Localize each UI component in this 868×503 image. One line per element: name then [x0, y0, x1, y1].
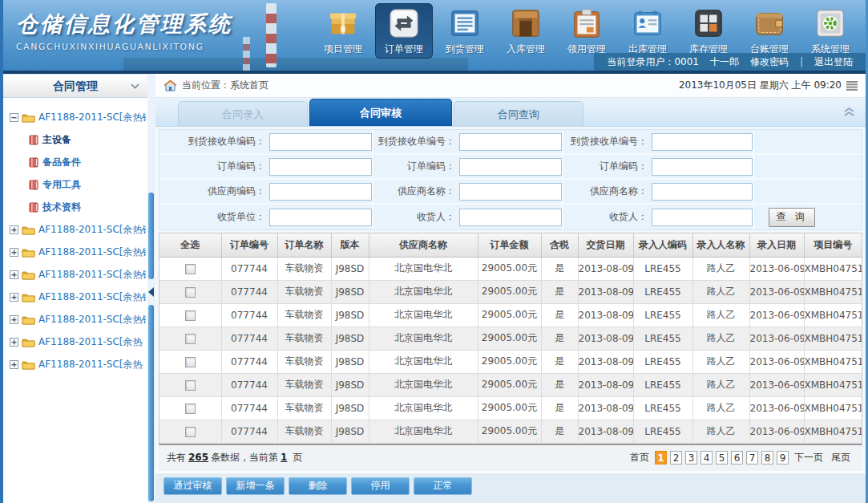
- order-code-input[interactable]: [269, 158, 372, 176]
- expand-plus-icon[interactable]: [10, 270, 18, 279]
- normal-button[interactable]: 正常: [414, 477, 472, 495]
- expand-plus-icon[interactable]: [10, 293, 18, 302]
- tab-bar: 合同录入 合同审核 合同查询: [155, 98, 866, 127]
- calendar-menu-icon[interactable]: [846, 81, 858, 91]
- page-5-button[interactable]: 5: [716, 451, 728, 464]
- tree-node-6[interactable]: AF1188-2011-SC[余热: [10, 331, 146, 353]
- nav-item-arrival[interactable]: 到货管理: [436, 3, 494, 59]
- receipt-code-input[interactable]: [269, 133, 372, 151]
- chevron-down-icon[interactable]: [131, 83, 139, 89]
- tree-leaf-special-tools[interactable]: 专用工具: [10, 173, 146, 196]
- last-page-button[interactable]: 尾页: [831, 451, 850, 464]
- tree-node-label[interactable]: AF1188-2011-SC[余热锅炉: [38, 268, 146, 282]
- page-1-button[interactable]: 1: [655, 451, 667, 464]
- receiver2-input[interactable]: [652, 209, 753, 226]
- folder-icon: [22, 247, 35, 258]
- supplier-code-input[interactable]: [269, 183, 372, 201]
- row-checkbox[interactable]: [185, 287, 196, 298]
- row-checkbox[interactable]: [185, 334, 196, 344]
- delete-button[interactable]: 删除: [289, 477, 347, 495]
- sidebar-collapse-handle[interactable]: [147, 284, 155, 300]
- tree-leaf-label[interactable]: 备品备件: [42, 156, 81, 169]
- row-checkbox[interactable]: [185, 427, 196, 437]
- next-page-button[interactable]: 下一页: [794, 451, 823, 464]
- add-new-button[interactable]: 新增一条: [226, 477, 285, 495]
- page-8-button[interactable]: 8: [761, 451, 773, 464]
- cell-delivery-date: 2013-08-09: [578, 303, 633, 327]
- change-password-link[interactable]: 修改密码: [750, 53, 789, 71]
- expand-plus-icon[interactable]: [10, 315, 18, 324]
- expand-plus-icon[interactable]: [10, 225, 18, 234]
- page-2-button[interactable]: 2: [670, 451, 682, 464]
- tree-leaf-label[interactable]: 技术资料: [42, 201, 81, 214]
- collapse-minus-icon[interactable]: [10, 113, 18, 122]
- tree-node-0[interactable]: AF1188-2011-SC[余热锅炉岛: [10, 106, 146, 128]
- cell-amount: 29005.00元: [478, 257, 541, 280]
- tree-node-label[interactable]: AF1188-2011-SC[余热锅: [38, 290, 146, 304]
- nav-item-inventory[interactable]: 库存管理: [680, 3, 737, 59]
- tree-leaf-label[interactable]: 主设备: [42, 133, 71, 147]
- order-code3-input[interactable]: [652, 158, 753, 176]
- row-checkbox[interactable]: [185, 380, 196, 391]
- page-9-button[interactable]: 9: [777, 451, 789, 464]
- approve-button[interactable]: 通过审核: [164, 477, 222, 495]
- folder-icon: [22, 314, 35, 325]
- logout-link[interactable]: 退出登陆: [814, 53, 853, 71]
- tree-node-5[interactable]: AF1188-2011-SC[余热锅: [10, 308, 146, 331]
- tree-node-4[interactable]: AF1188-2011-SC[余热锅: [10, 286, 146, 308]
- tree-leaf-label[interactable]: 专用工具: [42, 178, 81, 192]
- tree-node-label[interactable]: AF1188-2011-SC[余热锅炉: [38, 223, 146, 237]
- page-6-button[interactable]: 6: [731, 451, 743, 464]
- tree-leaf-main-equipment[interactable]: 主设备: [10, 128, 146, 151]
- disable-button[interactable]: 停用: [351, 477, 410, 495]
- page-7-button[interactable]: 7: [746, 451, 758, 464]
- tree-node-7[interactable]: AF1188-2011-SC[余热: [10, 353, 146, 375]
- tree-leaf-technical-docs[interactable]: 技术资料: [10, 196, 146, 218]
- nav-item-ledger[interactable]: 台账管理: [741, 3, 798, 59]
- row-checkbox[interactable]: [185, 310, 196, 321]
- order-code-label: 订单编码：: [159, 160, 269, 173]
- tab-contract-review[interactable]: 合同审核: [309, 99, 452, 126]
- cell-amount: 29005.00元: [478, 373, 541, 396]
- tree-leaf-spare-parts[interactable]: 备品备件: [10, 151, 146, 173]
- page-4-button[interactable]: 4: [700, 451, 713, 464]
- receipt-no-input[interactable]: [459, 133, 562, 151]
- tree-node-label[interactable]: AF1188-2011-SC[余热锅炉岛: [38, 111, 146, 124]
- tree-node-label[interactable]: AF1188-2011-SC[余热锅炉: [38, 245, 146, 259]
- row-checkbox[interactable]: [185, 264, 196, 274]
- tree-node-2[interactable]: AF1188-2011-SC[余热锅炉: [10, 241, 146, 263]
- nav-item-outbound[interactable]: 出库管理: [619, 3, 676, 59]
- receiver-input[interactable]: [459, 209, 562, 226]
- tree-node-1[interactable]: AF1188-2011-SC[余热锅炉: [10, 218, 146, 241]
- expand-plus-icon[interactable]: [10, 248, 18, 257]
- row-checkbox[interactable]: [185, 404, 196, 414]
- supplier-name-input[interactable]: [459, 183, 562, 201]
- page-3-button[interactable]: 3: [685, 451, 697, 464]
- nav-item-inbound[interactable]: 入库管理: [497, 3, 555, 59]
- nav-item-system[interactable]: 系统管理: [801, 3, 859, 59]
- receiver-unit-input[interactable]: [269, 209, 372, 226]
- tree-node-label[interactable]: AF1188-2011-SC[余热: [38, 335, 143, 349]
- expand-plus-icon[interactable]: [10, 338, 18, 347]
- tree-node-label[interactable]: AF1188-2011-SC[余热: [38, 358, 143, 371]
- nav-item-project[interactable]: 项目管理: [314, 3, 372, 59]
- nav-item-orders[interactable]: 订单管理: [375, 3, 433, 59]
- first-page-button[interactable]: 首页: [630, 451, 649, 464]
- tab-contract-query[interactable]: 合同查询: [454, 101, 583, 126]
- nav-item-requisition[interactable]: 领用管理: [558, 3, 616, 59]
- tab-contract-entry[interactable]: 合同录入: [178, 101, 308, 126]
- home-icon[interactable]: [164, 79, 177, 91]
- tree-node-label[interactable]: AF1188-2011-SC[余热锅: [38, 313, 146, 327]
- receipt-no2-input[interactable]: [652, 133, 753, 151]
- sidebar-splitter[interactable]: [147, 74, 155, 503]
- panel-collapse-icon[interactable]: [844, 107, 854, 116]
- cell-entry-name: 路人乙: [692, 396, 749, 420]
- row-checkbox[interactable]: [185, 357, 196, 367]
- tree-node-3[interactable]: AF1188-2011-SC[余热锅炉: [10, 263, 146, 286]
- supplier-name2-input[interactable]: [652, 183, 753, 201]
- cell-project-no: XMBH047511: [804, 257, 862, 280]
- query-button[interactable]: 查 询: [769, 208, 815, 227]
- cell-version: J98SD: [331, 280, 369, 303]
- order-code2-input[interactable]: [459, 158, 562, 176]
- expand-plus-icon[interactable]: [10, 360, 18, 369]
